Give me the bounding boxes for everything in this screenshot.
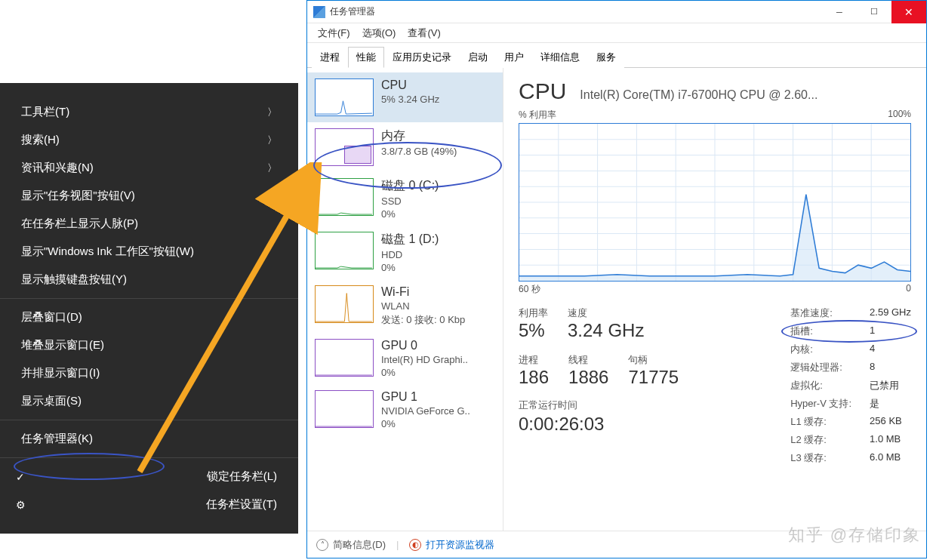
sidebar-item-gpu-5[interactable]: GPU 0Intel(R) HD Graphi..0%: [307, 333, 503, 384]
side-sub: HDD: [381, 249, 439, 260]
tab-2[interactable]: 应用历史记录: [384, 47, 460, 68]
side-sub2: 0%: [381, 418, 470, 429]
side-sub: 5% 3.24 GHz: [381, 94, 439, 105]
context-menu-item[interactable]: 堆叠显示窗口(E): [0, 331, 298, 359]
util-value: 5%: [519, 320, 548, 341]
chevron-right-icon: 〉: [267, 134, 277, 147]
spec-key: 逻辑处理器:: [790, 361, 851, 374]
resmon-icon: ◐: [409, 539, 421, 551]
side-sub: WLAN: [381, 300, 465, 312]
spec-value: 4: [870, 343, 911, 356]
separator: [0, 298, 298, 299]
minimize-button[interactable]: ─: [822, 1, 857, 23]
context-menu-item[interactable]: 显示"任务视图"按钮(V): [0, 182, 298, 210]
context-menu-item[interactable]: 显示触摸键盘按钮(Y): [0, 266, 298, 294]
context-menu-item[interactable]: 工具栏(T)〉: [0, 98, 298, 126]
menu-label: 显示"任务视图"按钮(V): [21, 189, 135, 203]
chart-xlabel: 60 秒: [519, 283, 540, 296]
sidebar-item-mem-1[interactable]: 内存3.8/7.8 GB (49%): [307, 122, 503, 172]
cpu-chart[interactable]: [519, 123, 911, 282]
context-menu-item[interactable]: 搜索(H)〉: [0, 126, 298, 154]
menu-label: 任务管理器(K): [21, 432, 93, 446]
sidebar-item-wifi-4[interactable]: Wi-FiWLAN发送: 0 接收: 0 Kbp: [307, 279, 503, 333]
chart-xright: 0: [906, 283, 911, 296]
spec-key: 内核:: [790, 343, 851, 356]
tab-3[interactable]: 启动: [460, 47, 496, 68]
side-thumb: [315, 78, 374, 116]
spec-value: 已禁用: [870, 379, 911, 392]
chevron-right-icon: 〉: [267, 106, 277, 119]
performance-sidebar[interactable]: CPU5% 3.24 GHz内存3.8/7.8 GB (49%)磁盘 0 (C:…: [307, 68, 503, 531]
context-menu-item[interactable]: 在任务栏上显示人脉(P): [0, 210, 298, 238]
maximize-button[interactable]: ☐: [857, 1, 891, 23]
context-menu-item[interactable]: 任务管理器(K): [0, 425, 298, 453]
tab-strip: 进程性能应用历史记录启动用户详细信息服务: [307, 43, 926, 68]
side-sub2: 发送: 0 接收: 0 Kbp: [381, 313, 465, 327]
tab-4[interactable]: 用户: [496, 47, 532, 68]
proc-label: 进程: [519, 353, 549, 367]
taskbar-context-menu: 工具栏(T)〉搜索(H)〉资讯和兴趣(N)〉显示"任务视图"按钮(V)在任务栏上…: [0, 83, 298, 534]
spec-value: 1: [870, 325, 911, 338]
side-sub: SSD: [381, 195, 439, 207]
side-thumb: [315, 128, 374, 166]
detail-subtitle: Intel(R) Core(TM) i7-6700HQ CPU @ 2.60..…: [580, 88, 911, 102]
context-menu-item[interactable]: ⚙任务栏设置(T): [0, 491, 298, 518]
chart-ymax: 100%: [888, 109, 911, 122]
menu-options[interactable]: 选项(O): [356, 24, 402, 42]
menu-label: 层叠窗口(D): [21, 310, 82, 325]
side-sub2: 0%: [381, 262, 439, 273]
chart-ylabel: % 利用率: [519, 109, 556, 122]
separator: [0, 457, 298, 458]
menu-file[interactable]: 文件(F): [312, 24, 356, 42]
menu-label: 在任务栏上显示人脉(P): [21, 217, 138, 231]
context-menu-item[interactable]: 显示桌面(S): [0, 387, 298, 415]
spec-key: Hyper-V 支持:: [790, 397, 851, 411]
speed-value: 3.24 GHz: [568, 320, 644, 341]
menu-label: 显示桌面(S): [21, 394, 82, 408]
context-menu-item[interactable]: 层叠窗口(D): [0, 303, 298, 331]
side-sub2: 0%: [381, 367, 468, 378]
close-button[interactable]: ✕: [891, 1, 926, 23]
detail-title: CPU: [519, 78, 566, 104]
util-label: 利用率: [519, 306, 548, 320]
tab-0[interactable]: 进程: [312, 47, 348, 68]
side-thumb: [315, 390, 374, 428]
menu-label: 并排显示窗口(I): [21, 366, 100, 380]
menu-label: 堆叠显示窗口(E): [21, 338, 104, 352]
detail-panel: CPU Intel(R) Core(TM) i7-6700HQ CPU @ 2.…: [503, 68, 926, 531]
menu-view[interactable]: 查看(V): [402, 24, 446, 42]
sidebar-item-disk-2[interactable]: 磁盘 0 (C:)SSD0%: [307, 172, 503, 226]
spec-value: 2.59 GHz: [870, 306, 911, 320]
menu-label: 搜索(H): [21, 133, 60, 147]
side-title: CPU: [381, 78, 439, 92]
separator: [0, 420, 298, 420]
app-icon: [313, 6, 325, 18]
menu-icon: ⚙: [14, 499, 27, 511]
fewer-details-link[interactable]: ˄ 简略信息(D): [316, 538, 386, 552]
tab-1[interactable]: 性能: [348, 47, 384, 68]
uptime-label: 正常运行时间: [519, 398, 679, 412]
side-sub: NVIDIA GeForce G..: [381, 405, 470, 417]
sidebar-item-gpu-6[interactable]: GPU 1NVIDIA GeForce G..0%: [307, 384, 503, 435]
menu-label: 锁定任务栏(L): [207, 469, 277, 484]
menu-label: 显示"Windows Ink 工作区"按钮(W): [21, 245, 194, 259]
chevron-right-icon: 〉: [267, 162, 277, 175]
resource-monitor-link[interactable]: ◐ 打开资源监视器: [409, 538, 494, 552]
context-menu-item[interactable]: 资讯和兴趣(N)〉: [0, 154, 298, 182]
spec-value: 6.0 MB: [870, 451, 911, 465]
context-menu-item[interactable]: 并排显示窗口(I): [0, 359, 298, 387]
context-menu-item[interactable]: ✓锁定任务栏(L): [0, 463, 298, 491]
menu-label: 任务栏设置(T): [206, 497, 277, 512]
side-title: 内存: [381, 128, 457, 144]
menu-label: 工具栏(T): [21, 105, 69, 119]
side-thumb: [315, 339, 374, 377]
titlebar[interactable]: 任务管理器 ─ ☐ ✕: [307, 1, 926, 23]
tab-5[interactable]: 详细信息: [532, 47, 588, 68]
side-sub: 3.8/7.8 GB (49%): [381, 146, 457, 157]
thread-value: 1886: [568, 367, 608, 388]
tab-6[interactable]: 服务: [588, 47, 624, 68]
sidebar-item-disk-3[interactable]: 磁盘 1 (D:)HDD0%: [307, 226, 503, 279]
sidebar-item-cpu-0[interactable]: CPU5% 3.24 GHz: [307, 72, 503, 122]
side-sub2: 0%: [381, 208, 439, 220]
context-menu-item[interactable]: 显示"Windows Ink 工作区"按钮(W): [0, 238, 298, 266]
